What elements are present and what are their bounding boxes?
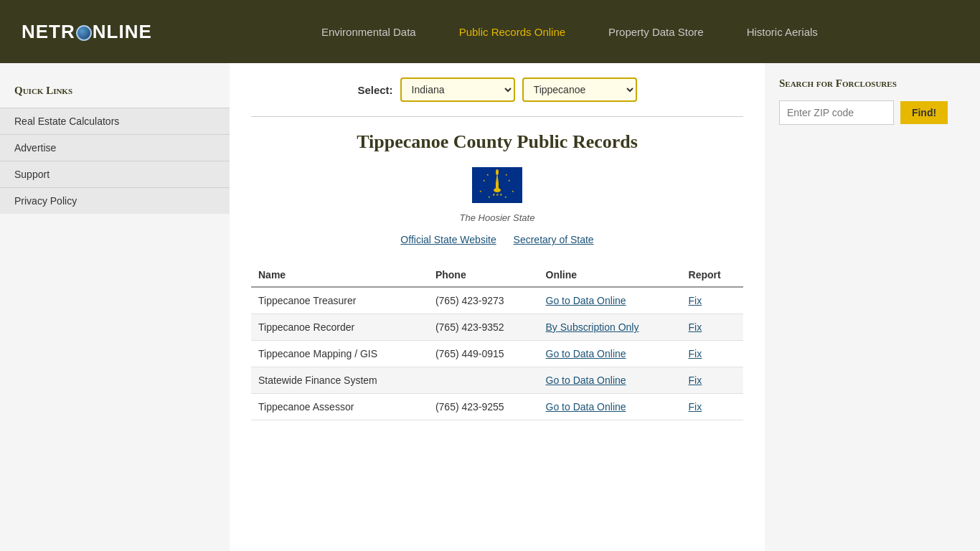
svg-text:★: ★ bbox=[505, 173, 508, 176]
record-name: Tippecanoe Treasurer bbox=[251, 287, 428, 314]
logo-area: NETRNLINE bbox=[22, 21, 152, 43]
record-phone: (765) 423-9352 bbox=[428, 314, 539, 341]
report-link[interactable]: Fix bbox=[689, 401, 702, 413]
svg-rect-2 bbox=[496, 183, 499, 189]
record-report: Fix bbox=[682, 314, 743, 341]
report-link[interactable]: Fix bbox=[689, 348, 702, 359]
find-button[interactable]: Find! bbox=[900, 101, 948, 124]
quick-links-title: Quick Links bbox=[0, 77, 230, 108]
svg-text:★: ★ bbox=[486, 173, 489, 176]
online-link[interactable]: Go to Data Online bbox=[546, 375, 626, 386]
svg-text:★: ★ bbox=[512, 189, 514, 193]
col-phone: Phone bbox=[428, 263, 539, 287]
record-name: Tippecanoe Recorder bbox=[251, 314, 428, 341]
content-area: Select: Indiana Alabama Alaska Tippecano… bbox=[230, 63, 765, 551]
state-flag: ★ ★ ★ ★ ★ ★ ★ ★ ★ ★ ★ bbox=[472, 167, 522, 203]
state-select[interactable]: Indiana Alabama Alaska bbox=[400, 77, 515, 102]
report-link[interactable]: Fix bbox=[689, 295, 702, 306]
globe-icon bbox=[76, 25, 92, 41]
flag-area: ★ ★ ★ ★ ★ ★ ★ ★ ★ ★ ★ bbox=[251, 167, 743, 205]
header: NETRNLINE Environmental Data Public Reco… bbox=[0, 0, 980, 63]
sidebar-item-privacy[interactable]: Privacy Policy bbox=[0, 187, 230, 214]
record-online: Go to Data Online bbox=[539, 367, 682, 394]
record-report: Fix bbox=[682, 287, 743, 314]
nav-public-records-online[interactable]: Public Records Online bbox=[438, 19, 587, 45]
report-link[interactable]: Fix bbox=[689, 321, 702, 333]
main-nav: Environmental Data Public Records Online… bbox=[181, 19, 958, 45]
record-name: Statewide Finance System bbox=[251, 367, 428, 394]
record-online: Go to Data Online bbox=[539, 394, 682, 420]
nav-historic-aerials[interactable]: Historic Aerials bbox=[725, 19, 839, 45]
state-nickname: The Hoosier State bbox=[251, 212, 743, 223]
table-row: Tippecanoe Mapping / GIS(765) 449-0915Go… bbox=[251, 341, 743, 367]
main-container: Quick Links Real Estate Calculators Adve… bbox=[0, 63, 980, 551]
sidebar-item-real-estate[interactable]: Real Estate Calculators bbox=[0, 108, 230, 134]
table-row: Tippecanoe Assessor(765) 423-9255Go to D… bbox=[251, 394, 743, 420]
select-row: Select: Indiana Alabama Alaska Tippecano… bbox=[251, 77, 743, 102]
col-report: Report bbox=[682, 263, 743, 287]
nav-property-data-store[interactable]: Property Data Store bbox=[587, 19, 725, 45]
records-table: Name Phone Online Report Tippecanoe Trea… bbox=[251, 263, 743, 420]
record-phone bbox=[428, 367, 539, 394]
svg-text:★: ★ bbox=[479, 189, 482, 193]
logo: NETRNLINE bbox=[22, 21, 152, 43]
record-report: Fix bbox=[682, 341, 743, 367]
sidebar-item-advertise[interactable]: Advertise bbox=[0, 134, 230, 161]
online-link[interactable]: Go to Data Online bbox=[546, 348, 626, 359]
record-phone: (765) 423-9273 bbox=[428, 287, 539, 314]
record-name: Tippecanoe Assessor bbox=[251, 394, 428, 420]
official-state-website-link[interactable]: Official State Website bbox=[400, 234, 496, 245]
online-link[interactable]: By Subscription Only bbox=[546, 321, 639, 333]
zip-input[interactable] bbox=[779, 100, 894, 125]
county-section: Tippecanoe County Public Records ★ ★ ★ ★… bbox=[251, 116, 743, 420]
col-name: Name bbox=[251, 263, 428, 287]
svg-text:★: ★ bbox=[483, 179, 486, 182]
nav-environmental-data[interactable]: Environmental Data bbox=[300, 19, 438, 45]
online-link[interactable]: Go to Data Online bbox=[546, 401, 626, 413]
sidebar: Quick Links Real Estate Calculators Adve… bbox=[0, 63, 230, 551]
record-online: Go to Data Online bbox=[539, 287, 682, 314]
svg-point-4 bbox=[496, 169, 499, 175]
sidebar-item-support[interactable]: Support bbox=[0, 161, 230, 187]
svg-text:★: ★ bbox=[504, 195, 507, 199]
svg-text:★: ★ bbox=[488, 195, 491, 199]
record-phone: (765) 423-9255 bbox=[428, 394, 539, 420]
record-report: Fix bbox=[682, 394, 743, 420]
county-select[interactable]: Tippecanoe Marion Allen bbox=[522, 77, 637, 102]
table-row: Statewide Finance SystemGo to Data Onlin… bbox=[251, 367, 743, 394]
report-link[interactable]: Fix bbox=[689, 375, 702, 386]
secretary-of-state-link[interactable]: Secretary of State bbox=[514, 234, 594, 245]
col-online: Online bbox=[539, 263, 682, 287]
foreclosure-search: Find! bbox=[779, 100, 966, 125]
svg-text:★: ★ bbox=[508, 179, 511, 182]
svg-text:★ ★ ★: ★ ★ ★ bbox=[492, 192, 504, 197]
state-links: Official State Website Secretary of Stat… bbox=[251, 234, 743, 245]
online-link[interactable]: Go to Data Online bbox=[546, 295, 626, 306]
record-report: Fix bbox=[682, 367, 743, 394]
record-online: Go to Data Online bbox=[539, 341, 682, 367]
select-label: Select: bbox=[357, 84, 392, 96]
record-online: By Subscription Only bbox=[539, 314, 682, 341]
table-row: Tippecanoe Treasurer(765) 423-9273Go to … bbox=[251, 287, 743, 314]
county-title: Tippecanoe County Public Records bbox=[251, 131, 743, 153]
record-name: Tippecanoe Mapping / GIS bbox=[251, 341, 428, 367]
table-row: Tippecanoe Recorder(765) 423-9352By Subs… bbox=[251, 314, 743, 341]
foreclosure-title: Search for Forclosures bbox=[779, 77, 966, 90]
right-panel: Search for Forclosures Find! bbox=[765, 63, 980, 551]
record-phone: (765) 449-0915 bbox=[428, 341, 539, 367]
